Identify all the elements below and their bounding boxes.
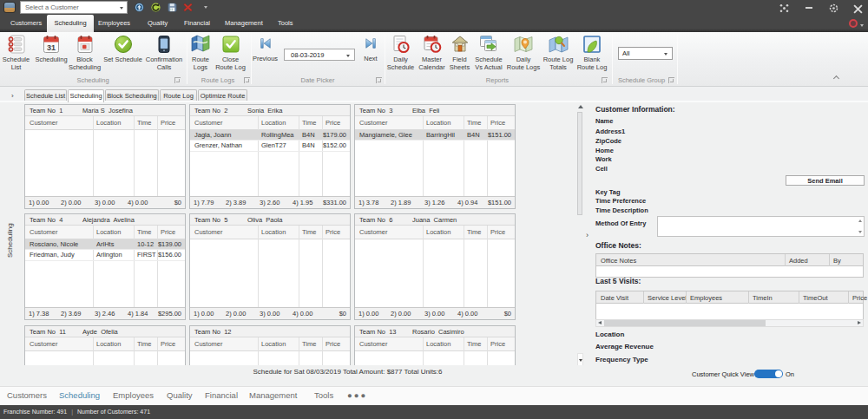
svg-text:31: 31 — [47, 43, 56, 52]
